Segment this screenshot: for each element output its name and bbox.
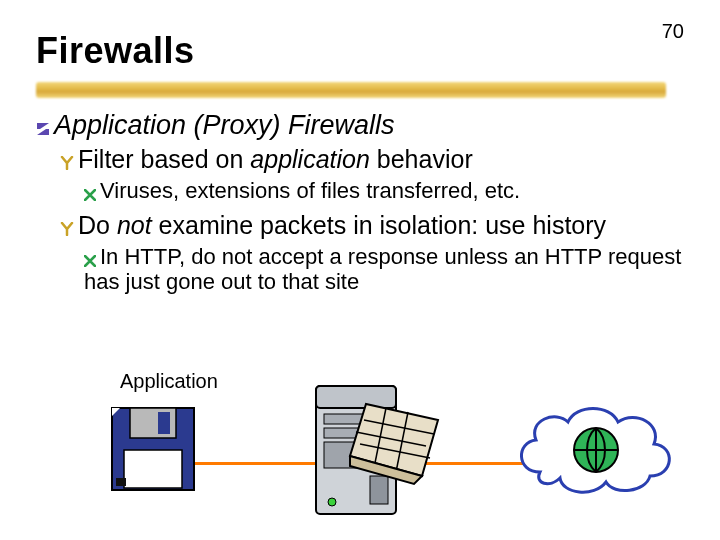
svg-point-12: [328, 498, 336, 506]
l1-text: Application (Proxy) Firewalls: [54, 110, 395, 140]
l2a-suffix: behavior: [370, 145, 473, 173]
svg-rect-3: [158, 412, 170, 434]
title-underline: [36, 82, 666, 98]
application-label: Application: [120, 370, 218, 393]
bullet-level3: In HTTP, do not accept a response unless…: [84, 244, 684, 295]
bullet-level2: Do not examine packets in isolation: use…: [60, 211, 684, 240]
l2b-italic: not: [117, 211, 152, 239]
brick-wall-icon: [346, 400, 442, 486]
l3a-text: Viruses, extensions of files transferred…: [100, 178, 520, 203]
x-bullet-icon: [84, 186, 96, 198]
cloud-internet-icon: [510, 392, 680, 512]
y-bullet-icon: [60, 154, 74, 168]
bullet-level2: Filter based on application behavior: [60, 145, 684, 174]
floppy-disk-icon: [110, 406, 196, 492]
content-area: Application (Proxy) Firewalls Filter bas…: [36, 110, 684, 302]
z-bullet-icon: [36, 120, 50, 134]
l2b-prefix: Do: [78, 211, 117, 239]
svg-rect-5: [116, 478, 126, 486]
svg-rect-4: [124, 450, 182, 488]
bullet-level3: Viruses, extensions of files transferred…: [84, 178, 684, 203]
l2b-suffix: examine packets in isolation: use histor…: [152, 211, 606, 239]
page-number: 70: [662, 20, 684, 43]
x-bullet-icon: [84, 252, 96, 264]
l2a-prefix: Filter based on: [78, 145, 250, 173]
diagram: Application: [110, 370, 670, 530]
y-bullet-icon: [60, 220, 74, 234]
page-title: Firewalls: [36, 30, 195, 72]
bullet-level1: Application (Proxy) Firewalls: [36, 110, 684, 141]
l2a-italic: application: [250, 145, 370, 173]
l3b-text: In HTTP, do not accept a response unless…: [84, 244, 681, 294]
